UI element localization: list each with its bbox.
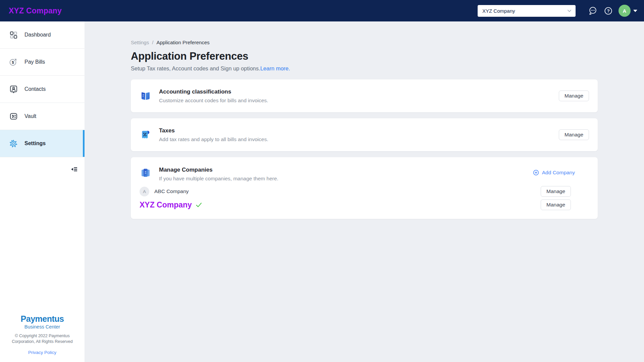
- collapse-sidebar-button[interactable]: [70, 166, 78, 173]
- company-selector-dropdown[interactable]: XYZ Company: [478, 5, 576, 17]
- paymentus-logo-subtitle: Business Center: [0, 324, 85, 329]
- card-taxes: Taxes Add tax rates and apply to all bil…: [131, 118, 598, 151]
- manage-abc-company-button[interactable]: Manage: [541, 186, 571, 197]
- privacy-policy-link[interactable]: Privacy Policy: [28, 350, 56, 355]
- paymentus-logo: Paymentus: [0, 314, 85, 324]
- copyright-line-1: © Copyright 2022 Paymentus: [0, 333, 85, 339]
- manage-xyz-company-button[interactable]: Manage: [541, 199, 571, 210]
- sidebar-item-settings[interactable]: Settings: [0, 130, 85, 157]
- sidebar-item-label: Dashboard: [24, 32, 51, 38]
- pay-bills-icon: $: [9, 58, 18, 66]
- svg-text:$: $: [12, 60, 14, 64]
- chevron-down-icon: [567, 9, 572, 12]
- contacts-icon: [9, 85, 18, 94]
- chat-bubble-icon: [588, 6, 597, 15]
- manage-companies-header: Manage Companies If you have multiple co…: [140, 167, 589, 182]
- card-title: Manage Companies: [159, 167, 533, 173]
- selected-company-name: XYZ Company: [140, 200, 192, 209]
- company-row-xyz: XYZ Company Manage: [140, 199, 589, 210]
- manage-taxes-button[interactable]: Manage: [559, 129, 589, 140]
- company-selector-value: XYZ Company: [482, 8, 515, 14]
- avatar: A: [619, 5, 631, 17]
- breadcrumb-settings-link[interactable]: Settings: [131, 40, 149, 45]
- user-menu[interactable]: A: [619, 5, 637, 17]
- copyright-line-2: Corporation, All Rights Reserved: [0, 339, 85, 345]
- caret-down-icon: [633, 10, 637, 12]
- help-button[interactable]: ?: [603, 6, 613, 16]
- sidebar-item-vault[interactable]: Vault: [0, 103, 85, 130]
- page-title: Application Preferences: [131, 50, 644, 62]
- main-content: Settings / Application Preferences Appli…: [85, 21, 644, 362]
- company-row-abc: A ABC Company Manage: [140, 186, 589, 197]
- sidebar-item-dashboard[interactable]: Dashboard: [0, 21, 85, 49]
- chat-button[interactable]: [588, 6, 598, 16]
- subtitle-text: Setup Tax rates, Account codes and Sign …: [131, 65, 260, 71]
- card-title: Accounting classifications: [159, 88, 559, 95]
- accounting-book-icon: [140, 90, 152, 102]
- collapse-sidebar-icon: [70, 166, 78, 173]
- topbar: XYZ Company XYZ Company ? A: [0, 0, 644, 21]
- card-title: Taxes: [159, 127, 559, 134]
- card-manage-companies: Manage Companies If you have multiple co…: [131, 157, 598, 219]
- sidebar-item-contacts[interactable]: Contacts: [0, 76, 85, 103]
- breadcrumb-separator: /: [152, 40, 153, 45]
- page-subtitle: Setup Tax rates, Account codes and Sign …: [131, 65, 644, 72]
- add-circle-icon: [533, 170, 539, 176]
- vault-icon: [9, 112, 18, 120]
- help-icon: ?: [604, 6, 613, 15]
- company-name: ABC Company: [154, 188, 541, 194]
- breadcrumb-current: Application Preferences: [156, 40, 209, 45]
- sidebar-item-label: Contacts: [24, 86, 46, 92]
- svg-text:?: ?: [607, 8, 609, 13]
- companies-buildings-icon: [140, 167, 152, 179]
- learn-more-link[interactable]: Learn more.: [260, 65, 290, 71]
- breadcrumb: Settings / Application Preferences: [131, 40, 644, 45]
- check-icon: [196, 202, 202, 207]
- sidebar-item-label: Vault: [24, 113, 36, 119]
- card-description: Customize account codes for bills and in…: [159, 98, 559, 104]
- sidebar-item-label: Settings: [24, 140, 46, 146]
- sidebar-footer: Paymentus Business Center © Copyright 20…: [0, 314, 85, 355]
- settings-gear-icon: [9, 139, 18, 148]
- card-description: If you have multiple companies, manage t…: [159, 176, 533, 182]
- company-avatar: A: [140, 187, 149, 196]
- sidebar-item-label: Pay Bills: [24, 59, 45, 65]
- sidebar: Dashboard $ Pay Bills: [0, 21, 85, 362]
- sidebar-item-pay-bills[interactable]: $ Pay Bills: [0, 49, 85, 76]
- card-description: Add tax rates and apply to all bills and…: [159, 136, 559, 142]
- taxes-receipt-icon: [140, 129, 152, 141]
- sidebar-collapse-row: [0, 157, 85, 181]
- dashboard-grid-icon: [9, 31, 18, 39]
- app-logo[interactable]: XYZ Company: [9, 6, 62, 15]
- add-company-link[interactable]: Add Company: [533, 170, 589, 176]
- add-company-label: Add Company: [542, 170, 575, 176]
- card-accounting-classifications: Accounting classifications Customize acc…: [131, 79, 598, 112]
- manage-accounting-button[interactable]: Manage: [559, 90, 589, 101]
